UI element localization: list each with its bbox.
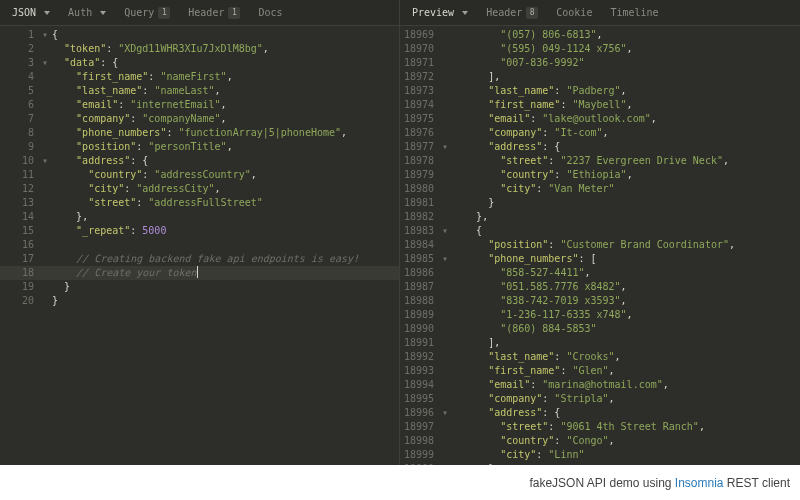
tab-label: Header [188, 7, 224, 18]
code-line[interactable]: 18973 "last_name": "Padberg", [400, 84, 800, 98]
code-line[interactable]: 18992 "last_name": "Crooks", [400, 350, 800, 364]
code-content: "email": "marina@hotmail.com", [452, 378, 800, 392]
code-content: "last_name": "nameLast", [52, 84, 399, 98]
code-line[interactable]: 17 // Creating backend fake api endpoint… [0, 252, 399, 266]
code-line[interactable]: 4 "first_name": "nameFirst", [0, 70, 399, 84]
request-tab-auth[interactable]: Auth [60, 0, 114, 26]
tab-label: Timeline [610, 7, 658, 18]
code-line[interactable]: 18982 }, [400, 210, 800, 224]
code-line[interactable]: 18979 "country": "Ethiopia", [400, 168, 800, 182]
code-line[interactable]: 18998 "country": "Congo", [400, 434, 800, 448]
fold-marker [442, 434, 452, 448]
code-line[interactable]: 10▾ "address": { [0, 154, 399, 168]
code-line[interactable]: 18996▾ "address": { [400, 406, 800, 420]
request-tab-docs[interactable]: Docs [250, 0, 290, 26]
code-line[interactable]: 12 "city": "addressCity", [0, 182, 399, 196]
code-line[interactable]: 18974 "first_name": "Maybell", [400, 98, 800, 112]
code-line[interactable]: 18993 "first_name": "Glen", [400, 364, 800, 378]
line-number: 4 [0, 70, 42, 84]
fold-marker[interactable]: ▾ [42, 154, 52, 168]
code-line[interactable]: 18 // Create your token [0, 266, 399, 280]
code-line[interactable]: 18976 "company": "It-com", [400, 126, 800, 140]
request-tab-header[interactable]: Header1 [180, 0, 248, 26]
code-line[interactable]: 13 "street": "addressFullStreet" [0, 196, 399, 210]
tab-label: Cookie [556, 7, 592, 18]
insomnia-app: JSONAuthQuery1Header1Docs 1▾{2 "token": … [0, 0, 800, 465]
fold-marker [42, 196, 52, 210]
code-content: "street": "2237 Evergreen Drive Neck", [452, 154, 800, 168]
code-content: ], [452, 336, 800, 350]
fold-marker[interactable]: ▾ [42, 56, 52, 70]
code-line[interactable]: 19 } [0, 280, 399, 294]
code-line[interactable]: 18990 "(860) 884-5853" [400, 322, 800, 336]
code-line[interactable]: 18988 "838-742-7019 x3593", [400, 294, 800, 308]
code-content: "country": "Congo", [452, 434, 800, 448]
fold-marker[interactable]: ▾ [442, 224, 452, 238]
line-number: 18991 [400, 336, 442, 350]
response-viewer[interactable]: 18969 "(057) 806-6813",18970 "(595) 049-… [400, 26, 800, 465]
request-tab-json[interactable]: JSON [4, 0, 58, 26]
fold-marker[interactable]: ▾ [442, 406, 452, 420]
response-tab-preview[interactable]: Preview [404, 0, 476, 26]
code-line[interactable]: 18983▾ { [400, 224, 800, 238]
code-line[interactable]: 14 }, [0, 210, 399, 224]
code-content: "address": { [452, 140, 800, 154]
code-line[interactable]: 5 "last_name": "nameLast", [0, 84, 399, 98]
fold-marker [442, 70, 452, 84]
code-line[interactable]: 3▾ "data": { [0, 56, 399, 70]
fold-marker [442, 392, 452, 406]
code-line[interactable]: 18997 "street": "9061 4th Street Ranch", [400, 420, 800, 434]
line-number: 18995 [400, 392, 442, 406]
code-line[interactable]: 18977▾ "address": { [400, 140, 800, 154]
code-line[interactable]: 9 "position": "personTitle", [0, 140, 399, 154]
response-tab-cookie[interactable]: Cookie [548, 0, 600, 26]
code-line[interactable]: 18969 "(057) 806-6813", [400, 28, 800, 42]
code-line[interactable]: 2 "token": "XDgd11WHR3XIu7JxDlM8bg", [0, 42, 399, 56]
code-content: } [52, 280, 399, 294]
line-number: 20 [0, 294, 42, 308]
code-line[interactable]: 19000 } [400, 462, 800, 465]
code-line[interactable]: 11 "country": "addressCountry", [0, 168, 399, 182]
code-line[interactable]: 20} [0, 294, 399, 308]
code-content: "last_name": "Crooks", [452, 350, 800, 364]
request-tab-query[interactable]: Query1 [116, 0, 178, 26]
fold-marker[interactable]: ▾ [42, 28, 52, 42]
request-editor[interactable]: 1▾{2 "token": "XDgd11WHR3XIu7JxDlM8bg",3… [0, 26, 399, 465]
code-line[interactable]: 18975 "email": "lake@outlook.com", [400, 112, 800, 126]
line-number: 18981 [400, 196, 442, 210]
code-line[interactable]: 15 "_repeat": 5000 [0, 224, 399, 238]
response-tab-header[interactable]: Header8 [478, 0, 546, 26]
fold-marker[interactable]: ▾ [442, 140, 452, 154]
code-line[interactable]: 18970 "(595) 049-1124 x756", [400, 42, 800, 56]
fold-marker [442, 98, 452, 112]
code-content: { [452, 224, 800, 238]
code-line[interactable]: 18999 "city": "Linn" [400, 448, 800, 462]
caption-link[interactable]: Insomnia [675, 476, 724, 490]
code-line[interactable]: 8 "phone_numbers": "functionArray|5|phon… [0, 126, 399, 140]
response-tab-timeline[interactable]: Timeline [602, 0, 666, 26]
code-line[interactable]: 18995 "company": "Stripla", [400, 392, 800, 406]
line-number: 18988 [400, 294, 442, 308]
line-number: 18975 [400, 112, 442, 126]
code-line[interactable]: 18987 "051.585.7776 x8482", [400, 280, 800, 294]
code-line[interactable]: 18985▾ "phone_numbers": [ [400, 252, 800, 266]
code-line[interactable]: 6 "email": "internetEmail", [0, 98, 399, 112]
line-number: 19 [0, 280, 42, 294]
fold-marker[interactable]: ▾ [442, 252, 452, 266]
line-number: 2 [0, 42, 42, 56]
code-line[interactable]: 18989 "1-236-117-6335 x748", [400, 308, 800, 322]
code-line[interactable]: 18994 "email": "marina@hotmail.com", [400, 378, 800, 392]
code-line[interactable]: 18980 "city": "Van Meter" [400, 182, 800, 196]
code-line[interactable]: 18984 "position": "Customer Brand Coordi… [400, 238, 800, 252]
code-line[interactable]: 18986 "858-527-4411", [400, 266, 800, 280]
code-line[interactable]: 7 "company": "companyName", [0, 112, 399, 126]
code-line[interactable]: 18978 "street": "2237 Evergreen Drive Ne… [400, 154, 800, 168]
code-line[interactable]: 16 [0, 238, 399, 252]
code-content: "first_name": "Maybell", [452, 98, 800, 112]
code-line[interactable]: 1▾{ [0, 28, 399, 42]
code-line[interactable]: 18971 "007-836-9992" [400, 56, 800, 70]
code-line[interactable]: 18981 } [400, 196, 800, 210]
code-line[interactable]: 18972 ], [400, 70, 800, 84]
code-line[interactable]: 18991 ], [400, 336, 800, 350]
fold-marker [442, 322, 452, 336]
